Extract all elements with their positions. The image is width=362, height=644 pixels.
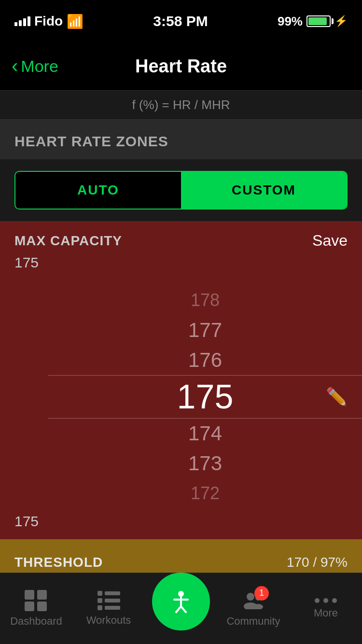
- community-label: Community: [226, 615, 280, 628]
- battery-percent: 99%: [278, 14, 303, 29]
- carrier-label: Fido: [34, 14, 63, 29]
- side-label-bottom: 175: [0, 513, 362, 539]
- nav-bar: ‹ More Heart Rate: [0, 42, 362, 91]
- edit-icon[interactable]: ✏️: [326, 387, 348, 407]
- page-title: Heart Rate: [135, 56, 227, 77]
- dashboard-icon: [25, 590, 48, 611]
- signal-icon: [14, 16, 30, 26]
- community-badge: 1: [242, 590, 265, 611]
- subtitle-bar: f (%) = HR / MHR: [0, 91, 362, 120]
- more-icon: [315, 598, 337, 603]
- zone-mode-toggle[interactable]: AUTO CUSTOM: [14, 171, 348, 210]
- status-bar: Fido 📶 3:58 PM 99% ⚡: [0, 0, 362, 42]
- community-notification-badge: 1: [254, 586, 269, 601]
- status-time: 3:58 PM: [153, 13, 208, 29]
- zone-mode-toggle-container: AUTO CUSTOM: [0, 159, 362, 221]
- picker-num-173: 173: [48, 448, 362, 478]
- battery-icon: [306, 15, 331, 27]
- status-left: Fido 📶: [14, 14, 84, 29]
- workouts-label: Workouts: [86, 614, 131, 627]
- picker-num-178: 178: [48, 285, 362, 315]
- side-label-top: 175: [0, 254, 362, 280]
- auto-toggle-option[interactable]: AUTO: [15, 172, 181, 209]
- subtitle-text: f (%) = HR / MHR: [132, 98, 230, 112]
- workouts-icon: [97, 591, 120, 610]
- charging-icon: ⚡: [334, 15, 348, 28]
- picker-num-176: 176: [48, 345, 362, 375]
- back-button[interactable]: ‹ More: [12, 57, 58, 76]
- custom-toggle-option[interactable]: CUSTOM: [181, 172, 347, 209]
- tab-activity[interactable]: [145, 573, 217, 644]
- picker-num-175-selected: 175: [48, 375, 362, 419]
- heart-rate-zones-header: HEART RATE ZONES: [0, 120, 362, 159]
- picker-num-177: 177: [48, 315, 362, 345]
- svg-point-5: [247, 593, 254, 601]
- picker-num-174: 174: [48, 419, 362, 448]
- battery-fill: [308, 17, 327, 25]
- dashboard-label: Dashboard: [10, 615, 62, 628]
- wifi-icon: 📶: [67, 14, 84, 29]
- svg-line-3: [176, 606, 181, 612]
- max-capacity-section: MAX CAPACITY Save 175 178 177 176 175 17…: [0, 221, 362, 539]
- tab-more[interactable]: More: [290, 598, 362, 619]
- back-label: More: [21, 57, 58, 76]
- zones-section-title: HEART RATE ZONES: [14, 133, 168, 149]
- max-capacity-label: MAX CAPACITY: [14, 233, 122, 249]
- svg-line-4: [181, 606, 186, 612]
- activity-icon: [168, 589, 194, 614]
- tab-community[interactable]: 1 Community: [217, 590, 290, 628]
- status-right: 99% ⚡: [278, 14, 348, 29]
- save-button[interactable]: Save: [312, 232, 348, 250]
- tab-workouts[interactable]: Workouts: [72, 591, 145, 627]
- tab-dashboard[interactable]: Dashboard: [0, 590, 72, 628]
- chevron-left-icon: ‹: [12, 56, 18, 75]
- activity-center-button[interactable]: [152, 573, 210, 630]
- picker-num-172: 172: [48, 478, 362, 508]
- more-label: More: [314, 607, 338, 619]
- number-picker[interactable]: 178 177 176 175 174 173 172 ✏️: [0, 280, 362, 513]
- threshold-value: 170 / 97%: [287, 555, 348, 570]
- picker-numbers: 178 177 176 175 174 173 172: [0, 285, 362, 508]
- max-capacity-header: MAX CAPACITY Save: [0, 221, 362, 254]
- tab-bar: Dashboard Workouts: [0, 573, 362, 644]
- threshold-label: THRESHOLD: [14, 555, 103, 570]
